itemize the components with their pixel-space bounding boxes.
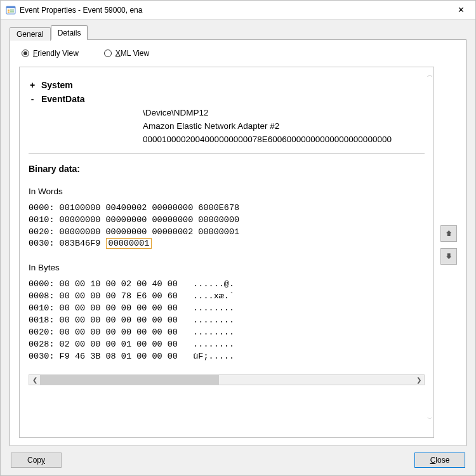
- eventdata-row: 0000100002004000000000078E60060000000000…: [143, 133, 425, 147]
- eventdata-row: \Device\NDMP12: [143, 107, 425, 120]
- tree-system-label: System: [41, 80, 73, 90]
- scroll-left-icon[interactable]: ❮: [29, 375, 40, 385]
- window-root: Event Properties - Event 59000, ena ✕ Ge…: [0, 0, 476, 476]
- tree-system[interactable]: + System: [29, 80, 425, 90]
- close-label: Close: [430, 456, 450, 465]
- tab-panel-details: Friendly View XML View + System - EventD…: [10, 39, 466, 446]
- window-title: Event Properties - Event 59000, ena: [20, 6, 447, 15]
- record-nav-buttons: 🡅 🡇: [440, 225, 457, 438]
- eventdata-values: \Device\NDMP12 Amazon Elastic Network Ad…: [143, 107, 425, 147]
- tree-eventdata-label: EventData: [41, 94, 84, 104]
- words-dump: 0000: 00100000 00400002 00000000 6000E67…: [29, 202, 425, 251]
- close-button[interactable]: Close: [414, 453, 465, 468]
- prev-event-button[interactable]: 🡅: [440, 225, 457, 242]
- chevron-up-icon[interactable]: ︿: [427, 71, 433, 79]
- scroll-track[interactable]: [40, 375, 413, 385]
- view-mode-radios: Friendly View XML View: [22, 49, 457, 58]
- svg-rect-1: [6, 6, 15, 8]
- scroll-thumb[interactable]: [40, 375, 219, 385]
- tabs: General Details: [10, 26, 466, 40]
- eventdata-row: Amazon Elastic Network Adapter #2: [143, 120, 425, 133]
- in-words-label: In Words: [29, 187, 425, 196]
- tab-general[interactable]: General: [10, 27, 51, 41]
- radio-icon: [104, 50, 112, 57]
- content-wrap: + System - EventData \Device\NDMP12 Amaz…: [19, 67, 457, 438]
- plus-icon: +: [29, 80, 36, 90]
- content-pane: + System - EventData \Device\NDMP12 Amaz…: [19, 67, 434, 438]
- client-area: General Details Friendly View XML View +: [1, 20, 475, 475]
- dialog-buttons: Copy Close: [10, 446, 466, 468]
- tree-eventdata[interactable]: - EventData: [29, 94, 425, 104]
- radio-friendly-label: Friendly View: [33, 49, 79, 58]
- copy-button[interactable]: Copy: [11, 453, 62, 468]
- titlebar: Event Properties - Event 59000, ena ✕: [1, 1, 475, 20]
- close-icon: ✕: [458, 6, 465, 14]
- radio-friendly-view[interactable]: Friendly View: [22, 49, 79, 58]
- window-close-button[interactable]: ✕: [447, 1, 475, 20]
- vertical-scroll-indicator: ︿ ﹀: [428, 71, 432, 423]
- svg-rect-2: [8, 10, 10, 11]
- next-event-button[interactable]: 🡇: [440, 248, 457, 265]
- arrow-down-icon: 🡇: [446, 253, 453, 260]
- scroll-right-icon[interactable]: ❯: [413, 375, 424, 385]
- radio-icon: [22, 50, 29, 57]
- chevron-down-icon[interactable]: ﹀: [427, 415, 433, 423]
- app-icon: [6, 5, 16, 15]
- minus-icon: -: [29, 94, 36, 104]
- svg-rect-3: [10, 10, 14, 11]
- radio-xml-view[interactable]: XML View: [104, 49, 149, 58]
- divider: [29, 153, 425, 154]
- bytes-dump: 0000: 00 00 10 00 02 00 40 00 ......@. 0…: [29, 279, 425, 362]
- copy-label: Copy: [27, 456, 45, 465]
- binary-data-label: Binary data:: [29, 164, 425, 174]
- arrow-up-icon: 🡅: [446, 230, 453, 237]
- tab-details[interactable]: Details: [51, 25, 88, 40]
- radio-xml-label: XML View: [116, 49, 149, 58]
- svg-rect-5: [10, 11, 14, 13]
- in-bytes-label: In Bytes: [29, 263, 425, 272]
- svg-rect-4: [8, 11, 10, 13]
- horizontal-scrollbar[interactable]: ❮ ❯: [29, 374, 425, 385]
- highlighted-word: 00000001: [106, 238, 152, 249]
